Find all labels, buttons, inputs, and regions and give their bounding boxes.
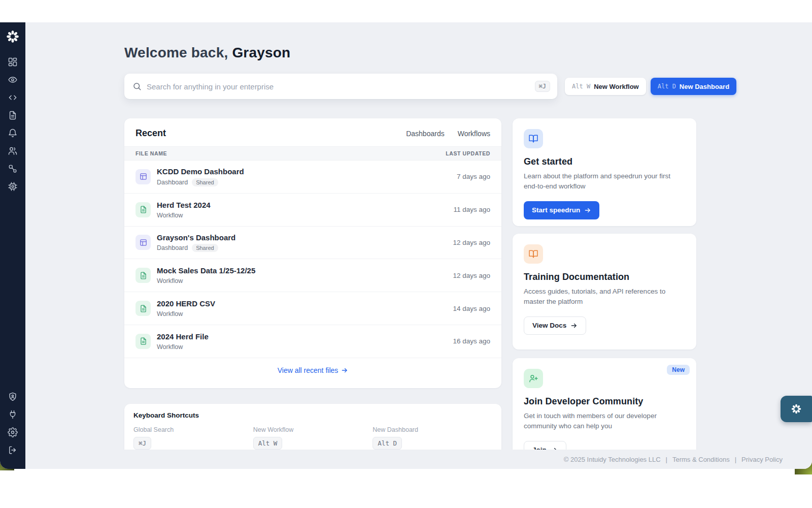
- table-row[interactable]: Herd Test 2024 Workflow 11 days ago: [124, 194, 501, 227]
- welcome-prefix: Welcome back,: [124, 45, 228, 60]
- sidebar: [0, 22, 25, 469]
- sidebar-item-compute[interactable]: [8, 181, 18, 192]
- table-row[interactable]: 2024 Herd File Workflow 16 days ago: [124, 325, 501, 358]
- card-title: Get started: [524, 156, 685, 167]
- file-name: 2020 HERD CSV: [157, 299, 215, 308]
- table-row[interactable]: Mock Sales Data 1/25-12/25 Workflow 12 d…: [124, 259, 501, 292]
- new-workflow-button[interactable]: Alt W New Workflow: [565, 78, 646, 95]
- bell-icon: [8, 128, 18, 138]
- sidebar-item-security[interactable]: [8, 392, 18, 402]
- sidebar-item-documents[interactable]: [8, 110, 18, 120]
- global-search[interactable]: ⌘J: [124, 74, 557, 99]
- card-description: Get in touch with members of our develop…: [524, 411, 685, 432]
- workflow-file-icon: [136, 268, 151, 283]
- user-plus-icon: [524, 369, 543, 388]
- sidebar-item-dashboards[interactable]: [8, 57, 18, 67]
- arrow-right-icon: [341, 367, 348, 374]
- table-row[interactable]: KCDD Demo Dashboard Dashboard Shared 7 d…: [124, 161, 501, 194]
- file-name: Herd Test 2024: [157, 201, 211, 209]
- column-file-name: FILE NAME: [136, 150, 167, 156]
- shortcuts-title: Keyboard Shortcuts: [133, 411, 492, 419]
- column-last-updated: LAST UPDATED: [446, 150, 490, 156]
- shortcut-label: New Workflow: [253, 426, 373, 433]
- users-icon: [8, 146, 18, 156]
- start-speedrun-button[interactable]: Start speedrun: [524, 201, 599, 219]
- workflow-file-icon: [136, 202, 151, 217]
- shortcut-new-workflow: New Workflow Alt W: [253, 426, 373, 450]
- tab-dashboards[interactable]: Dashboards: [406, 130, 445, 138]
- app-window: Welcome back, Grayson ⌘J Alt W New Workf…: [0, 22, 812, 469]
- workflow-file-icon: [136, 334, 151, 349]
- shield-account-icon: [8, 392, 18, 402]
- sidebar-item-code[interactable]: [8, 92, 18, 103]
- file-type: Workflow: [157, 310, 183, 318]
- connected-nodes-icon: [8, 164, 18, 174]
- last-updated: 7 days ago: [457, 173, 490, 180]
- sidebar-item-observe[interactable]: [8, 75, 18, 85]
- screenshot-canvas: Welcome back, Grayson ⌘J Alt W New Workf…: [0, 0, 812, 508]
- sidebar-item-notifications[interactable]: [8, 128, 18, 138]
- last-updated: 12 days ago: [453, 272, 490, 279]
- file-type: Workflow: [157, 277, 183, 284]
- copyright-text: © 2025 Intuidy Technologies LLC: [564, 456, 661, 463]
- table-row[interactable]: Grayson's Dashboard Dashboard Shared 12 …: [124, 227, 501, 260]
- last-updated: 16 days ago: [453, 337, 490, 345]
- training-documentation-card: Training Documentation Access guides, tu…: [513, 234, 696, 350]
- eye-icon: [8, 75, 18, 85]
- file-name: Mock Sales Data 1/25-12/25: [157, 266, 255, 275]
- start-speedrun-label: Start speedrun: [532, 206, 580, 214]
- shortcut-keys: Alt W: [253, 437, 283, 450]
- file-name: Grayson's Dashboard: [157, 233, 235, 242]
- new-dashboard-kbd: Alt D: [658, 83, 676, 90]
- shortcut-label: New Dashboard: [373, 426, 492, 433]
- dashboard-grid-icon: [8, 57, 18, 67]
- privacy-policy-link[interactable]: Privacy Policy: [741, 456, 783, 463]
- last-updated: 12 days ago: [453, 239, 490, 246]
- sidebar-item-plugins[interactable]: [8, 409, 18, 420]
- header-actions: Alt W New Workflow Alt D New Dashboard: [565, 78, 736, 95]
- burst-logo-icon: [791, 403, 802, 415]
- app-logo-burst-icon: [6, 29, 20, 44]
- search-input[interactable]: [147, 82, 535, 91]
- file-type: Dashboard: [157, 244, 188, 251]
- dashboard-file-icon: [136, 169, 151, 184]
- tab-workflows[interactable]: Workflows: [458, 130, 490, 138]
- arrow-right-icon: [570, 322, 578, 329]
- recent-files-card: Recent Dashboards Workflows FILE NAME LA…: [124, 118, 501, 388]
- last-updated: 14 days ago: [453, 305, 490, 312]
- user-name: Grayson: [232, 45, 290, 60]
- shortcut-label: Global Search: [133, 426, 253, 433]
- file-document-icon: [8, 110, 18, 120]
- cpu-chip-icon: [8, 181, 18, 192]
- card-description: Learn about the platform and speedrun yo…: [524, 171, 685, 192]
- sidebar-item-settings[interactable]: [8, 427, 18, 437]
- new-dashboard-button[interactable]: Alt D New Dashboard: [651, 78, 736, 95]
- shortcut-new-dashboard: New Dashboard Alt D: [373, 426, 492, 450]
- terms-and-conditions-link[interactable]: Terms & Conditions: [672, 456, 730, 463]
- workflow-file-icon: [136, 301, 151, 316]
- recent-tabs: Dashboards Workflows: [406, 130, 490, 138]
- file-name: 2024 Herd File: [157, 332, 209, 341]
- get-started-card: Get started Learn about the platform and…: [513, 118, 696, 226]
- book-open-icon: [524, 129, 543, 148]
- page-title: Welcome back, Grayson: [124, 45, 290, 61]
- sidebar-item-logout[interactable]: [8, 445, 18, 455]
- recent-title: Recent: [136, 128, 166, 139]
- shortcut-global-search: Global Search ⌘J: [133, 426, 253, 450]
- new-workflow-label: New Workflow: [594, 83, 639, 90]
- table-row[interactable]: 2020 HERD CSV Workflow 14 days ago: [124, 292, 501, 325]
- sidebar-item-integrations[interactable]: [8, 164, 18, 174]
- file-name: KCDD Demo Dashboard: [157, 167, 244, 176]
- shortcut-keys: ⌘J: [133, 437, 151, 450]
- card-description: Access guides, tutorials, and API refere…: [524, 287, 685, 307]
- logout-icon: [8, 445, 18, 455]
- recent-file-list: KCDD Demo Dashboard Dashboard Shared 7 d…: [124, 161, 501, 358]
- view-docs-button[interactable]: View Docs: [524, 316, 586, 335]
- code-brackets-icon: [8, 92, 18, 103]
- view-docs-label: View Docs: [532, 322, 566, 329]
- view-all-recent-files-link[interactable]: View all recent files: [278, 366, 349, 374]
- search-shortcut-kbd: ⌘J: [535, 81, 550, 92]
- assistant-widget-button[interactable]: [781, 396, 812, 422]
- sidebar-item-team[interactable]: [8, 146, 18, 156]
- shared-badge: Shared: [192, 244, 218, 252]
